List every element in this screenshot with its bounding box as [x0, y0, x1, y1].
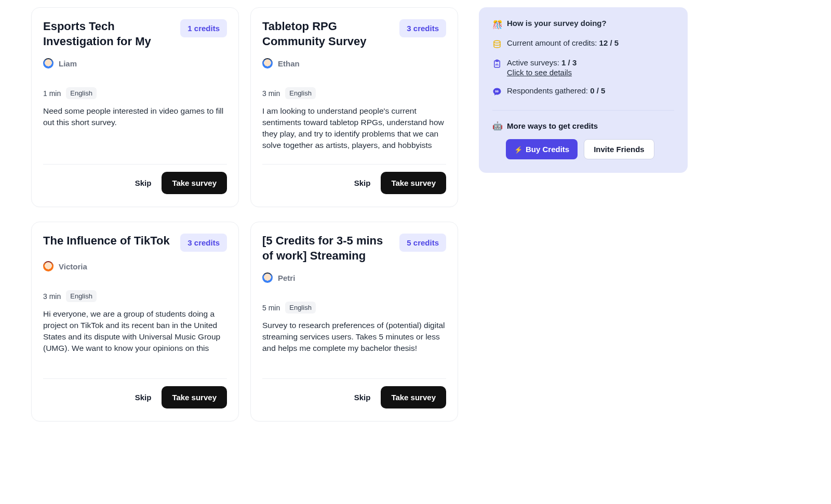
survey-card: The Influence of TikTok 3 credits Victor… — [31, 222, 239, 421]
respondents-value: 0 / 5 — [590, 86, 605, 95]
status-sidebar: 🎊 How is your survey doing? Current amou… — [479, 7, 688, 173]
language-badge: English — [285, 302, 316, 314]
survey-description: I am looking to understand people's curr… — [262, 105, 446, 155]
avatar — [43, 58, 53, 69]
buy-credits-button[interactable]: Buy Credits — [506, 139, 578, 159]
clipboard-chart-icon — [492, 59, 502, 69]
avatar — [262, 273, 273, 283]
survey-card: Esports Tech Investigation for My 1 cred… — [31, 7, 239, 207]
svg-point-0 — [494, 40, 500, 43]
skip-button[interactable]: Skip — [354, 179, 371, 187]
author-name: Liam — [59, 59, 77, 68]
survey-description: Survey to research preferences of (poten… — [262, 320, 446, 369]
party-icon: 🎊 — [492, 20, 502, 29]
survey-description: Hi everyone, we are a group of students … — [43, 308, 227, 369]
bolt-icon — [514, 145, 522, 154]
skip-button[interactable]: Skip — [135, 393, 152, 402]
credits-badge: 1 credits — [180, 19, 227, 37]
survey-title: The Influence of TikTok — [43, 234, 170, 249]
survey-title: [5 Credits for 3-5 mins of work] Streami… — [262, 234, 392, 263]
survey-description: Need some people interested in video gam… — [43, 105, 227, 155]
credits-badge: 3 credits — [399, 19, 446, 37]
duration-label: 3 min — [43, 292, 61, 301]
survey-title: Tabletop RPG Community Survey — [262, 19, 392, 49]
skip-button[interactable]: Skip — [135, 179, 152, 187]
take-survey-button[interactable]: Take survey — [381, 172, 446, 194]
duration-label: 5 min — [262, 304, 280, 312]
duration-label: 3 min — [262, 89, 280, 98]
credits-badge: 5 credits — [399, 234, 446, 252]
avatar — [262, 58, 273, 69]
survey-grid: Esports Tech Investigation for My 1 cred… — [31, 7, 458, 421]
survey-card: Tabletop RPG Community Survey 3 credits … — [250, 7, 458, 207]
avatar — [43, 261, 53, 271]
survey-card: [5 Credits for 3-5 mins of work] Streami… — [250, 222, 458, 421]
language-badge: English — [285, 87, 316, 99]
credits-value: 12 / 5 — [599, 38, 619, 47]
speech-bubble-icon: 99 — [492, 87, 502, 97]
take-survey-button[interactable]: Take survey — [381, 386, 446, 408]
author-name: Petri — [278, 274, 295, 282]
survey-title: Esports Tech Investigation for My — [43, 19, 173, 49]
language-badge: English — [66, 290, 97, 302]
author-name: Ethan — [278, 59, 300, 68]
respondents-label: Respondents gathered: — [507, 86, 590, 95]
credits-badge: 3 credits — [180, 234, 227, 252]
coins-icon — [492, 39, 502, 49]
active-surveys-value: 1 / 3 — [561, 58, 577, 67]
credits-label: Current amount of credits: — [507, 38, 599, 47]
skip-button[interactable]: Skip — [354, 393, 371, 402]
duration-label: 1 min — [43, 89, 61, 98]
language-badge: English — [66, 87, 97, 99]
take-survey-button[interactable]: Take survey — [162, 386, 227, 408]
take-survey-button[interactable]: Take survey — [162, 172, 227, 194]
active-surveys-label: Active surveys: — [507, 58, 561, 67]
author-name: Victoria — [59, 262, 87, 271]
robot-icon: 🤖 — [492, 121, 503, 131]
more-ways-title: More ways to get credits — [507, 121, 598, 130]
svg-text:99: 99 — [495, 90, 499, 93]
invite-friends-button[interactable]: Invite Friends — [584, 139, 654, 159]
buy-credits-label: Buy Credits — [526, 145, 569, 154]
sidebar-title: How is your survey doing? — [507, 19, 607, 28]
see-details-link[interactable]: Click to see details — [507, 68, 577, 77]
